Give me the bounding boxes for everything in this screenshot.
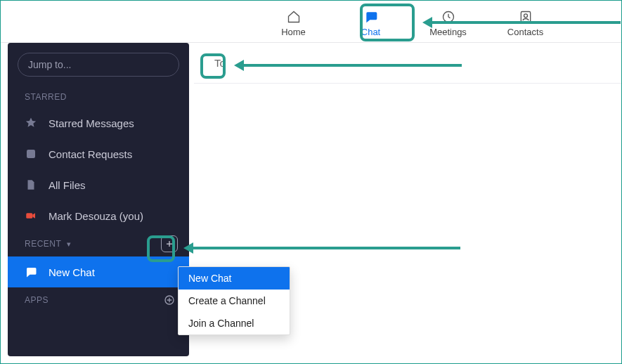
ctx-create-channel[interactable]: Create a Channel (179, 290, 290, 312)
contacts-icon (519, 10, 533, 24)
section-starred: STARRED (8, 86, 189, 108)
ctx-item-label: Create a Channel (188, 295, 266, 306)
svg-point-2 (524, 14, 527, 18)
recent-add-button[interactable] (161, 235, 178, 252)
compose-to-label: To (209, 52, 231, 74)
nav-home[interactable]: Home (269, 6, 318, 37)
contact-icon (25, 148, 37, 160)
apps-add-button[interactable] (161, 292, 178, 308)
home-icon (287, 10, 301, 24)
nav-contacts[interactable]: Contacts (501, 6, 550, 37)
sidebar-item-label: Mark Desouza (you) (48, 210, 143, 222)
star-icon (25, 117, 37, 129)
sidebar-item-label: All Files (48, 179, 86, 191)
plus-icon (165, 240, 174, 248)
sidebar: Jump to... STARRED Starred Messages Cont… (8, 43, 189, 356)
sidebar-item-contact-requests[interactable]: Contact Requests (8, 138, 189, 169)
svg-rect-4 (26, 213, 32, 219)
chevron-down-icon: ▾ (67, 240, 72, 249)
sidebar-item-label: Starred Messages (48, 117, 134, 129)
section-recent-label: RECENT (25, 239, 61, 249)
nav-chat-label: Chat (361, 27, 380, 37)
recent-context-menu: New Chat Create a Channel Join a Channel (178, 266, 290, 335)
section-apps: APPS (8, 287, 189, 313)
ctx-item-label: Join a Channel (188, 318, 254, 329)
camera-icon (25, 209, 37, 222)
sidebar-item-label: Contact Requests (48, 148, 132, 160)
clock-icon (441, 10, 455, 24)
sidebar-item-all-files[interactable]: All Files (8, 169, 189, 200)
app-window: Home Chat Meetings Contacts Jump to... S… (0, 0, 622, 364)
nav-home-label: Home (281, 27, 306, 37)
chat-bubble-icon (25, 266, 37, 278)
jump-to-input[interactable]: Jump to... (18, 53, 179, 77)
plus-circle-icon (164, 294, 175, 306)
section-starred-label: STARRED (25, 92, 67, 102)
sidebar-item-new-chat[interactable]: New Chat (8, 256, 189, 287)
ctx-item-label: New Chat (188, 273, 231, 284)
section-apps-label: APPS (25, 295, 48, 305)
nav-contacts-label: Contacts (507, 27, 543, 37)
svg-rect-3 (27, 150, 35, 158)
file-icon (25, 178, 37, 191)
sidebar-item-starred-messages[interactable]: Starred Messages (8, 108, 189, 138)
compose-to-bar: To (194, 43, 621, 84)
ctx-join-channel[interactable]: Join a Channel (179, 312, 290, 334)
svg-rect-1 (521, 12, 530, 22)
chat-icon (364, 10, 378, 24)
sidebar-item-self-user[interactable]: Mark Desouza (you) (8, 200, 189, 231)
nav-chat[interactable]: Chat (346, 6, 396, 37)
section-recent: RECENT ▾ (8, 231, 189, 256)
top-nav: Home Chat Meetings Contacts (1, 1, 621, 43)
sidebar-item-label: New Chat (48, 266, 95, 278)
ctx-new-chat[interactable]: New Chat (179, 267, 290, 290)
jump-to-placeholder: Jump to... (28, 59, 71, 70)
nav-meetings-label: Meetings (429, 27, 467, 37)
nav-meetings[interactable]: Meetings (424, 6, 473, 37)
